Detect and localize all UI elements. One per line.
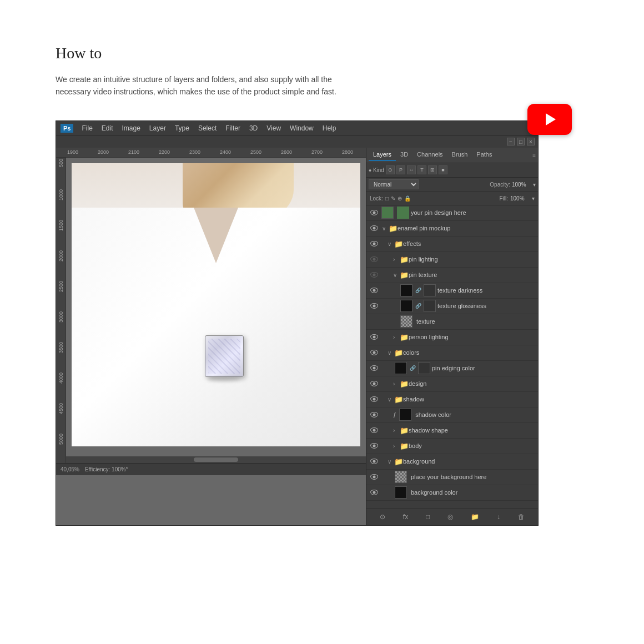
layer-eye-4[interactable] [369, 254, 380, 265]
layer-row-15[interactable]: › 📁 shadow shape [366, 423, 538, 439]
new-layer-button[interactable]: ↓ [495, 512, 502, 522]
tab-3d[interactable]: 3D [396, 149, 412, 161]
menu-window[interactable]: Window [286, 123, 318, 133]
lock-icon-2[interactable]: ✎ [391, 195, 395, 202]
menu-3d[interactable]: 3D [245, 123, 261, 133]
fx-button[interactable]: fx [401, 512, 410, 522]
menu-layer[interactable]: Layer [145, 123, 170, 133]
menu-edit[interactable]: Edit [98, 123, 117, 133]
layer-eye-3[interactable] [369, 238, 380, 249]
layer-eye-19[interactable] [369, 487, 380, 498]
layer-eye-2[interactable] [369, 223, 380, 234]
tab-brush[interactable]: Brush [447, 149, 472, 161]
layer-row-11[interactable]: 🔗 pin edging color [366, 361, 538, 376]
layer-eye-16[interactable] [369, 440, 380, 451]
menu-view[interactable]: View [263, 123, 285, 133]
layer-name-12: design [409, 380, 426, 387]
tab-channels[interactable]: Channels [412, 149, 447, 161]
adjustment-button[interactable]: ◎ [445, 512, 455, 522]
layer-eye-7[interactable] [369, 300, 380, 311]
tab-layers[interactable]: Layers [369, 149, 396, 161]
folder-arrow-4: › [393, 256, 400, 263]
close-button[interactable]: × [527, 138, 535, 145]
menu-file[interactable]: File [78, 123, 96, 133]
eye-icon-2 [370, 225, 378, 231]
layer-row-5[interactable]: ∨ 📁 pin texture [366, 268, 538, 283]
link-layers-button[interactable]: ⊙ [378, 512, 388, 522]
filter-btn-4[interactable]: T [417, 165, 426, 174]
minimize-button[interactable]: − [507, 138, 515, 145]
link-icon-11: 🔗 [409, 364, 416, 372]
opacity-arrow[interactable]: ▾ [533, 182, 536, 188]
lock-icon-1[interactable]: □ [385, 195, 389, 202]
layer-row-1[interactable]: your pin design here [366, 205, 538, 221]
layer-thumb-7 [400, 300, 412, 312]
ruler-num-6: 2400 [219, 149, 249, 155]
menu-filter[interactable]: Filter [222, 123, 244, 133]
menu-image[interactable]: Image [118, 123, 144, 133]
menu-help[interactable]: Help [319, 123, 340, 133]
layer-row-2[interactable]: ∨ 📁 enamel pin mockup [366, 221, 538, 237]
layer-row-9[interactable]: › 📁 person lighting [366, 330, 538, 345]
layer-eye-10[interactable] [369, 347, 380, 358]
fill-arrow[interactable]: ▾ [532, 195, 535, 202]
panel-menu-icon[interactable]: ≡ [532, 152, 536, 158]
menu-select[interactable]: Select [194, 123, 220, 133]
eye-icon-5 [370, 272, 378, 278]
layer-name-10: colors [403, 349, 419, 356]
layer-eye-5[interactable] [369, 269, 380, 280]
layers-list: your pin design here ∨ 📁 enamel pin mock… [366, 205, 538, 509]
layer-row-16[interactable]: › 📁 body [366, 439, 538, 454]
status-bar: 40,05% Efficiency: 100%* [56, 463, 366, 475]
layer-row-10[interactable]: ∨ 📁 colors [366, 345, 538, 361]
layer-eye-17[interactable] [369, 456, 380, 467]
layer-eye-13[interactable] [369, 394, 380, 405]
layer-row-7[interactable]: 🔗 texture glossiness [366, 299, 538, 314]
layer-eye-1[interactable] [369, 207, 380, 218]
ruler-left-4: 2000 [56, 249, 66, 280]
ruler-left-6: 3000 [56, 310, 66, 341]
canvas[interactable] [66, 158, 366, 463]
layer-eye-15[interactable] [369, 425, 380, 436]
layer-row-4[interactable]: › 📁 pin lighting [366, 252, 538, 268]
filter-btn-6[interactable]: ■ [439, 165, 447, 174]
filter-btn-3[interactable]: ↔ [407, 165, 416, 174]
lock-icon-4[interactable]: 🔒 [404, 195, 411, 202]
layer-row-18[interactable]: place your background here [366, 470, 538, 485]
layer-row-13[interactable]: ∨ 📁 shadow [366, 392, 538, 407]
layer-name-17: background [403, 458, 435, 465]
layer-eye-6[interactable] [369, 285, 380, 296]
folder-arrow-5: ∨ [393, 272, 400, 278]
layer-eye-14[interactable] [369, 409, 380, 420]
eye-icon-8 [370, 319, 378, 324]
layer-row-19[interactable]: background color [366, 485, 538, 501]
lock-icon-3[interactable]: ⊕ [398, 195, 402, 202]
efficiency-status: Efficiency: 100%* [85, 466, 128, 472]
blend-mode-select[interactable]: Normal [369, 179, 419, 189]
canvas-scrollbar-h[interactable] [66, 456, 366, 463]
layer-row-12[interactable]: › 📁 design [366, 376, 538, 392]
menu-type[interactable]: Type [171, 123, 193, 133]
tab-paths[interactable]: Paths [472, 149, 496, 161]
delete-layer-button[interactable]: 🗑 [516, 512, 527, 522]
ruler-num-3: 2100 [127, 149, 158, 155]
layer-row-8[interactable]: texture [366, 314, 538, 330]
filter-btn-2[interactable]: P [396, 165, 405, 174]
layer-eye-12[interactable] [369, 378, 380, 389]
youtube-play-button[interactable] [527, 104, 572, 135]
maximize-button[interactable]: □ [517, 138, 525, 145]
layer-row-14[interactable]: ƒ shadow color [366, 407, 538, 423]
filter-btn-5[interactable]: ⊞ [428, 165, 437, 174]
filter-btn-1[interactable]: ⊙ [386, 165, 395, 174]
layer-eye-11[interactable] [369, 363, 380, 374]
layer-row-6[interactable]: 🔗 texture darkness [366, 283, 538, 299]
mask-button[interactable]: □ [424, 512, 432, 522]
layer-row-3[interactable]: ∨ 📁 effects [366, 237, 538, 252]
new-group-button[interactable]: 📁 [469, 512, 481, 522]
layer-row-17[interactable]: ∨ 📁 background [366, 454, 538, 470]
ruler-left-5: 2500 [56, 280, 66, 310]
layer-eye-9[interactable] [369, 331, 380, 343]
folder-arrow-3: ∨ [388, 241, 394, 247]
eye-icon-4 [370, 256, 378, 262]
layer-eye-18[interactable] [369, 471, 380, 482]
